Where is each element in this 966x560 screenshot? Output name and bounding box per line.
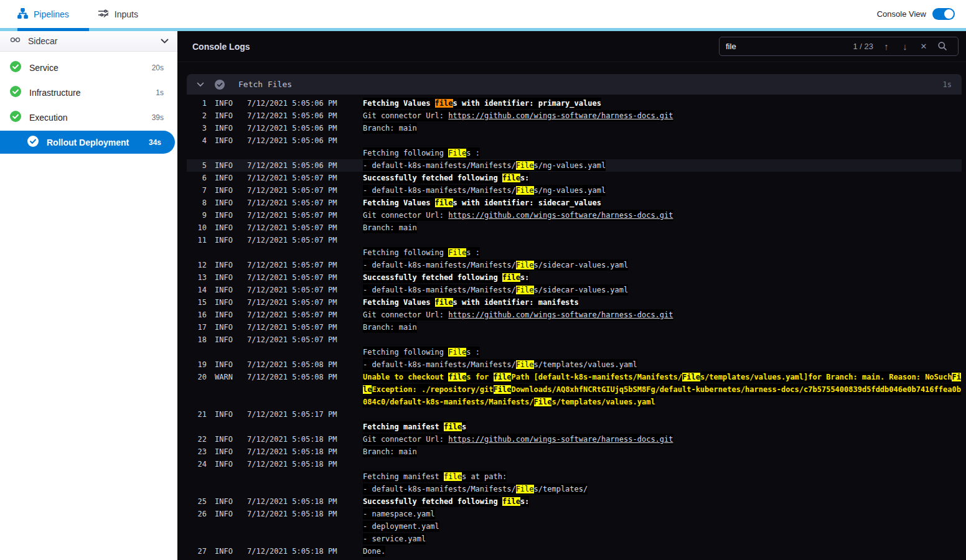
log-level: INFO — [215, 545, 238, 558]
log-timestamp: 7/12/2021 5:05:07 PM — [247, 284, 340, 296]
search-icon[interactable] — [933, 41, 952, 52]
log-text: s/templates/values.yaml — [551, 398, 655, 406]
log-message: Git connector Url: https://github.com/wi… — [363, 110, 962, 122]
log-message: - default-k8s-manifests/Manifests/Files/… — [363, 483, 962, 495]
log-message: Fetching Values files with identifier: s… — [363, 197, 962, 209]
log-text: Path [default-k8s-manifests/Manifests/ — [511, 373, 682, 381]
log-text: - default-k8s-manifests/Manifests/ — [363, 485, 516, 493]
log-timestamp: 7/12/2021 5:05:18 PM — [247, 446, 340, 458]
log-row: Fetching following Files : — [187, 147, 962, 159]
log-timestamp: 7/12/2021 5:05:18 PM — [247, 458, 340, 470]
log-row: 25INFO7/12/2021 5:05:18 PMSuccessfully f… — [187, 495, 962, 508]
pipeline-header[interactable]: Sidecar — [0, 31, 177, 52]
log-link[interactable]: https://github.com/wings-software/harnes… — [448, 310, 673, 319]
log-line-number: 1 — [190, 97, 207, 110]
log-row: Fetching following Files : — [187, 246, 962, 259]
log-row: 11INFO7/12/2021 5:05:07 PM — [187, 234, 962, 246]
console-view-label: Console View — [877, 9, 926, 19]
stage-execution[interactable]: Execution 39s — [0, 105, 177, 130]
log-text: s/ng-values.yaml — [534, 186, 606, 195]
log-line-number: 8 — [190, 197, 207, 209]
log-link[interactable]: https://github.com/wings-software/harnes… — [448, 435, 673, 444]
log-link[interactable]: https://github.com/wings-software/harnes… — [448, 211, 673, 220]
log-line-number — [190, 147, 207, 159]
log-level: INFO — [215, 209, 238, 222]
tab-inputs[interactable]: Inputs — [98, 8, 138, 20]
log-timestamp: 7/12/2021 5:05:07 PM — [247, 309, 340, 321]
log-text: Fetching following — [363, 248, 448, 257]
search-match: File — [682, 373, 700, 381]
chevron-down-icon[interactable] — [161, 39, 169, 44]
log-text: - default-k8s-manifests/Manifests/ — [363, 286, 516, 294]
clear-search-button[interactable]: ✕ — [914, 42, 933, 50]
log-level: INFO — [215, 321, 238, 334]
log-message-text: Fetching manifest files at path: — [363, 471, 507, 482]
log-line-number: 11 — [190, 234, 207, 246]
tab-pipelines[interactable]: Pipelines — [17, 8, 69, 21]
log-row: 19INFO7/12/2021 5:05:08 PM- default-k8s-… — [187, 358, 962, 371]
search-input[interactable] — [726, 42, 853, 51]
log-message: - deployment.yaml — [363, 520, 962, 533]
log-message: Fetching Values files with identifier: p… — [363, 97, 962, 110]
status-success-icon — [10, 111, 21, 124]
log-row: 13INFO7/12/2021 5:05:07 PMSuccessfully f… — [187, 271, 962, 284]
log-text: Git connector Url: — [363, 310, 448, 319]
log-line-number: 7 — [190, 184, 207, 197]
log-line-number: 22 — [190, 433, 207, 446]
log-text: s : — [466, 248, 480, 257]
search-match: File — [516, 161, 534, 170]
log-message: Fetching following Files : — [363, 346, 962, 358]
log-row: 8INFO7/12/2021 5:05:07 PMFetching Values… — [187, 197, 962, 209]
log-line-number: 20 — [190, 371, 207, 408]
stage-label: Infrastructure — [29, 88, 80, 98]
log-message-text: - namespace.yaml — [363, 508, 435, 520]
log-row: - deployment.yaml — [187, 520, 962, 533]
console-view-toggle[interactable] — [932, 8, 955, 20]
log-message: Unable to checkout files for filePath [d… — [363, 371, 962, 408]
log-message — [363, 234, 962, 246]
log-line-number: 18 — [190, 334, 207, 346]
stage-duration: 1s — [156, 88, 164, 97]
log-row: 24INFO7/12/2021 5:05:18 PM — [187, 458, 962, 470]
search-match: File — [516, 186, 534, 195]
log-text: s: — [520, 174, 529, 182]
log-section-header[interactable]: Fetch Files 1s — [187, 74, 962, 95]
search-match: file — [444, 472, 462, 481]
log-level — [215, 470, 238, 483]
stage-rollout-deployment[interactable]: Rollout Deployment 34s — [0, 131, 175, 154]
log-message — [363, 334, 962, 346]
log-text: s: — [520, 497, 529, 506]
next-match-button[interactable]: ↓ — [896, 42, 914, 51]
search-match: File — [516, 360, 534, 369]
search-match: file — [502, 174, 520, 182]
log-timestamp: 7/12/2021 5:05:08 PM — [247, 371, 340, 408]
log-line-number: 12 — [190, 259, 207, 271]
log-message: Branch: main — [363, 122, 962, 134]
log-message: - namespace.yaml — [363, 508, 962, 520]
log-level: INFO — [215, 134, 238, 147]
log-message-text: Branch: main — [363, 446, 417, 457]
log-line-number — [190, 246, 207, 259]
log-message-text: - deployment.yaml — [363, 521, 439, 532]
chevron-collapse-icon[interactable] — [197, 82, 204, 87]
log-message — [363, 134, 962, 147]
log-line-number: 17 — [190, 321, 207, 334]
stage-service[interactable]: Service 20s — [0, 55, 177, 80]
prev-match-button[interactable]: ↑ — [877, 42, 896, 51]
log-line-number: 16 — [190, 309, 207, 321]
log-link[interactable]: https://github.com/wings-software/harnes… — [448, 111, 673, 120]
log-row: 26INFO7/12/2021 5:05:18 PM- namespace.ya… — [187, 508, 962, 520]
log-timestamp: 7/12/2021 5:05:08 PM — [247, 358, 340, 371]
stage-infrastructure[interactable]: Infrastructure 1s — [0, 80, 177, 105]
log-text: s/sidecar-values.yaml — [534, 286, 629, 294]
log-level: INFO — [215, 433, 238, 446]
log-message-text: Fetching Values files with identifier: s… — [363, 197, 601, 208]
log-text: Fetching following — [363, 348, 448, 357]
log-line-number: 25 — [190, 495, 207, 508]
log-row: - service.yaml — [187, 533, 962, 545]
log-timestamp: 7/12/2021 5:05:07 PM — [247, 271, 340, 284]
log-message: Successfully fetched following files: — [363, 495, 962, 508]
log-level: INFO — [215, 309, 238, 321]
active-tab-underline — [17, 28, 89, 31]
log-line-number: 9 — [190, 209, 207, 222]
